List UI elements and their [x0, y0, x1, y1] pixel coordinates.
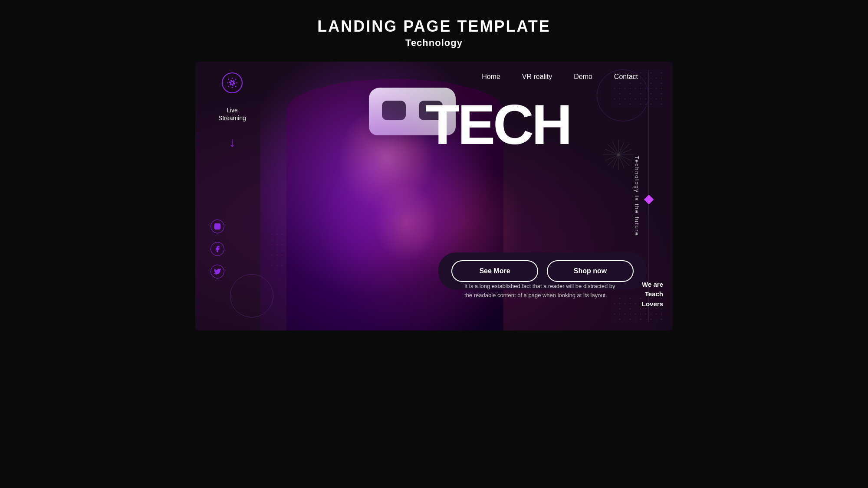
nav-contact[interactable]: Contact: [614, 73, 638, 80]
svg-point-13: [617, 154, 620, 156]
social-icons: [210, 219, 224, 278]
page-subtitle: Technology: [317, 37, 551, 49]
description-text: It is a long established fact that a rea…: [464, 282, 616, 300]
gear-icon: [226, 77, 238, 89]
nav-links: Home VR reality Demo Contact: [482, 73, 638, 81]
instagram-icon[interactable]: [210, 219, 224, 233]
nav-demo[interactable]: Demo: [574, 73, 592, 80]
twitter-icon[interactable]: [210, 265, 224, 278]
nav-vr-reality[interactable]: VR reality: [522, 73, 552, 80]
shop-now-button[interactable]: Shop now: [547, 260, 634, 282]
bottom-right-label: We are Teach Lovers: [642, 280, 663, 309]
hand-glow: [373, 183, 438, 261]
accent-diamond: [644, 195, 654, 205]
svg-point-0: [231, 82, 234, 85]
tech-title: TECH: [425, 96, 642, 153]
vr-lens-left: [382, 101, 406, 120]
page-header: LANDING PAGE TEMPLATE Technology: [317, 17, 551, 49]
facebook-icon[interactable]: [210, 242, 224, 256]
page-title: LANDING PAGE TEMPLATE: [317, 17, 551, 36]
vertical-label: Technology is the future: [634, 156, 640, 236]
landing-wrapper: Home VR reality Demo Contact Live Stream…: [195, 62, 673, 331]
nav-home[interactable]: Home: [482, 73, 500, 80]
svg-point-4: [219, 225, 219, 225]
arrow-down-icon: ↓: [229, 135, 236, 150]
see-more-button[interactable]: See More: [451, 260, 538, 282]
main-content: TECH: [425, 96, 642, 153]
gear-icon-wrap[interactable]: [222, 72, 243, 93]
left-sidebar: Live Streaming ↓: [195, 62, 269, 331]
svg-point-3: [216, 225, 218, 227]
live-streaming-label: Live Streaming: [218, 106, 246, 122]
